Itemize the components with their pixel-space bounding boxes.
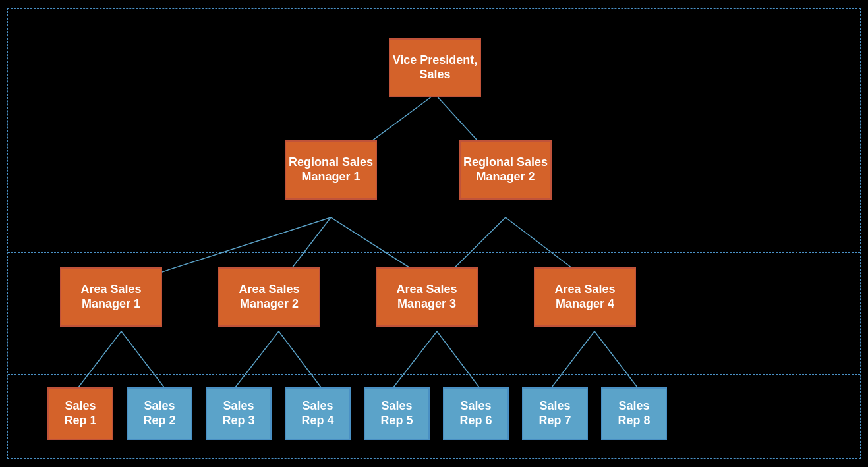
node-sr6: Sales Rep 6: [443, 387, 509, 440]
svg-line-11: [393, 331, 437, 387]
svg-line-7: [78, 331, 121, 387]
node-sr3: Sales Rep 3: [206, 387, 272, 440]
svg-line-8: [121, 331, 164, 387]
node-sr5: Sales Rep 5: [364, 387, 430, 440]
node-asm3: Area Sales Manager 3: [376, 267, 478, 327]
svg-line-13: [552, 331, 594, 387]
divider-3: [8, 374, 860, 375]
node-vp: Vice President, Sales: [389, 38, 481, 97]
node-asm4: Area Sales Manager 4: [534, 267, 636, 327]
node-sr7: Sales Rep 7: [522, 387, 588, 440]
node-rsm2: Regional Sales Manager 2: [459, 140, 552, 200]
node-sr2: Sales Rep 2: [127, 387, 192, 440]
svg-line-10: [279, 331, 321, 387]
svg-line-12: [437, 331, 479, 387]
svg-line-14: [594, 331, 637, 387]
node-sr8: Sales Rep 8: [601, 387, 667, 440]
svg-line-9: [235, 331, 279, 387]
divider-1: [8, 124, 860, 124]
node-asm1: Area Sales Manager 1: [60, 267, 162, 327]
node-rsm1: Regional Sales Manager 1: [285, 140, 377, 200]
chart-container: Vice President, Sales Regional Sales Man…: [7, 8, 861, 459]
divider-2: [8, 252, 860, 253]
node-sr4: Sales Rep 4: [285, 387, 351, 440]
node-sr1: Sales Rep 1: [47, 387, 113, 440]
node-asm2: Area Sales Manager 2: [218, 267, 320, 327]
